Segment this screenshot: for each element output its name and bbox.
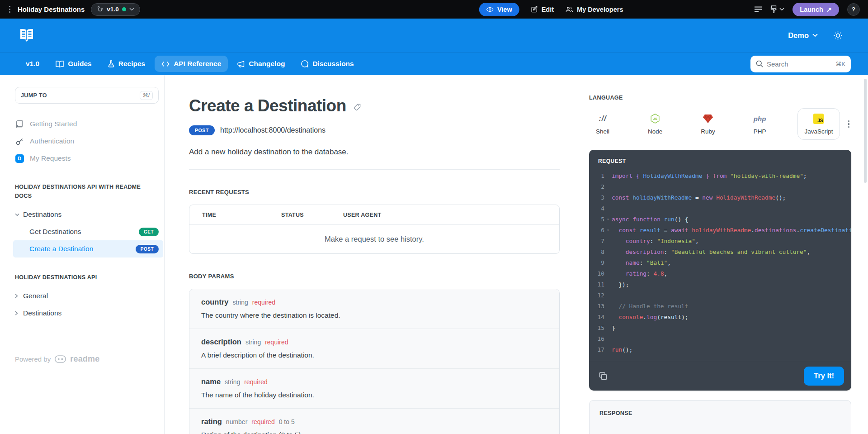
sidebar-item-create-destination[interactable]: Create a Destination POST: [13, 240, 163, 258]
php-icon: php: [754, 113, 766, 124]
help-button[interactable]: ?: [847, 3, 860, 16]
sidebar-group-destinations[interactable]: Destinations: [15, 206, 158, 223]
project-switcher[interactable]: Demo: [788, 31, 818, 40]
try-it-button[interactable]: Try It!: [804, 367, 844, 386]
param-row-description: description string required A brief desc…: [189, 329, 559, 368]
nav-discussions-label: Discussions: [312, 60, 354, 68]
doc-nav: v1.0 Guides Recipes API Reference Change…: [0, 52, 868, 75]
param-required-flag: required: [252, 299, 275, 306]
readme-book-logo[interactable]: [19, 29, 34, 42]
my-developers-button[interactable]: My Developers: [566, 6, 623, 13]
nav-changelog[interactable]: Changelog: [231, 56, 292, 72]
jump-to-label: JUMP TO: [21, 92, 47, 99]
language-tile-label: Ruby: [701, 128, 715, 135]
nav-guides[interactable]: Guides: [49, 56, 99, 72]
recent-requests-title: RECENT REQUESTS: [189, 189, 560, 196]
d-badge-icon: D: [15, 154, 24, 163]
param-description: The name of the holiday destination.: [201, 391, 547, 399]
view-button[interactable]: View: [479, 3, 519, 16]
page-title: Create a Destination: [189, 96, 346, 115]
ruby-icon: [703, 113, 713, 124]
language-javascript[interactable]: JS JavaScript: [797, 108, 840, 140]
code-line: 3const holidayWithReadme = new HolidayWi…: [589, 192, 851, 203]
code-fold-icon[interactable]: ▾: [604, 214, 612, 225]
search-box[interactable]: ⌘K: [750, 56, 851, 72]
body-params-title: BODY PARAMS: [189, 273, 560, 280]
sidebar-group-label: General: [23, 292, 48, 300]
sidebar-group-general[interactable]: General: [15, 287, 158, 305]
nav-api-reference[interactable]: API Reference: [155, 56, 228, 72]
sidebar-group-label: Destinations: [23, 309, 61, 317]
content-area: JUMP TO ⌘/ Getting Started Authenticatio…: [0, 75, 868, 434]
theme-toggle-sun-icon[interactable]: [833, 31, 843, 40]
param-required-flag: required: [265, 339, 288, 346]
copy-code-button[interactable]: [599, 372, 607, 380]
endpoint-description: Add a new holiday destination to the dat…: [189, 148, 560, 157]
param-type: string: [245, 339, 261, 346]
search-input[interactable]: [767, 60, 832, 68]
shell-icon: ://: [599, 113, 606, 124]
sidebar-item-my-requests[interactable]: D My Requests: [15, 150, 158, 167]
nav-recipes[interactable]: Recipes: [101, 56, 152, 72]
column-time: TIME: [202, 212, 281, 218]
post-method-badge: POST: [189, 125, 215, 135]
language-ruby[interactable]: Ruby: [694, 108, 722, 140]
code-line: 14 console.log(result);: [589, 312, 851, 323]
users-icon: [566, 6, 573, 13]
sidebar-group-label: Destinations: [23, 210, 61, 219]
version-status-dot: [122, 7, 126, 11]
topbar-left: Holiday Destinations v1.0: [8, 3, 140, 16]
language-tiles: :// Shell JS Node Ruby: [589, 108, 840, 140]
chevron-down-icon: [15, 213, 19, 216]
jump-to-button[interactable]: JUMP TO ⌘/: [15, 87, 159, 104]
my-developers-label: My Developers: [577, 6, 623, 13]
readme-owl-icon: [55, 355, 66, 363]
code-editor[interactable]: 1import { HolidayWithReadme } from "holi…: [589, 169, 851, 361]
code-brackets-icon: [161, 61, 170, 67]
language-node[interactable]: JS Node: [641, 108, 669, 140]
code-line: 2: [589, 181, 851, 192]
param-row-country: country string required The country wher…: [189, 289, 559, 329]
more-languages-menu[interactable]: [846, 119, 852, 130]
paintbrush-icon: [770, 5, 777, 13]
sidebar-item-label: Get Destinations: [29, 228, 81, 236]
code-column: LANGUAGE :// Shell JS Node: [577, 75, 868, 434]
eye-icon: [486, 7, 494, 12]
powered-by-readme[interactable]: Powered by readme: [15, 354, 158, 364]
edit-button[interactable]: Edit: [531, 6, 554, 13]
launch-button[interactable]: Launch ↗: [793, 3, 839, 16]
chevron-down-icon: [779, 8, 784, 11]
code-line: 15}: [589, 323, 851, 334]
code-line: 12: [589, 290, 851, 301]
sidebar-section-title: HOLIDAY DESTINATIONS API WITH README DOC…: [15, 182, 147, 200]
sidebar-item-get-destinations[interactable]: Get Destinations GET: [13, 223, 163, 240]
code-line: 13 // Handle the result: [589, 301, 851, 312]
nav-discussions[interactable]: Discussions: [294, 56, 360, 72]
book-icon: [15, 120, 24, 128]
nav-guides-label: Guides: [68, 60, 92, 68]
param-row-rating: rating number required 0 to 5 Rating of …: [189, 408, 559, 434]
post-method-badge: POST: [136, 245, 159, 253]
grip-menu-icon[interactable]: [8, 4, 11, 14]
javascript-icon: JS: [813, 113, 824, 124]
align-lines-icon[interactable]: [754, 6, 762, 12]
code-line: 8 description: "Beautiful beaches and vi…: [589, 247, 851, 258]
nav-version[interactable]: v1.0: [19, 56, 46, 72]
appearance-menu[interactable]: [770, 5, 784, 13]
sidebar-item-getting-started[interactable]: Getting Started: [15, 115, 158, 133]
sidebar-item-label: Authentication: [30, 137, 74, 145]
language-php[interactable]: php PHP: [747, 108, 773, 140]
sidebar-section-title: HOLIDAY DESTINATIONS API: [15, 273, 147, 282]
sidebar-item-authentication[interactable]: Authentication: [15, 133, 158, 150]
language-shell[interactable]: :// Shell: [589, 108, 616, 140]
doc-main: Create a Destination POST http://localho…: [165, 75, 577, 434]
tag-icon[interactable]: [354, 104, 361, 111]
param-type: string: [233, 299, 248, 306]
page-scrollbar[interactable]: [864, 79, 867, 183]
body-params-box: country string required The country wher…: [189, 289, 560, 434]
code-fold-icon[interactable]: ▾: [604, 225, 612, 236]
sidebar-group-destinations-2[interactable]: Destinations: [15, 305, 158, 322]
powered-by-label: Powered by: [15, 355, 51, 363]
version-selector[interactable]: v1.0: [91, 3, 140, 16]
launch-label: Launch: [800, 6, 823, 13]
